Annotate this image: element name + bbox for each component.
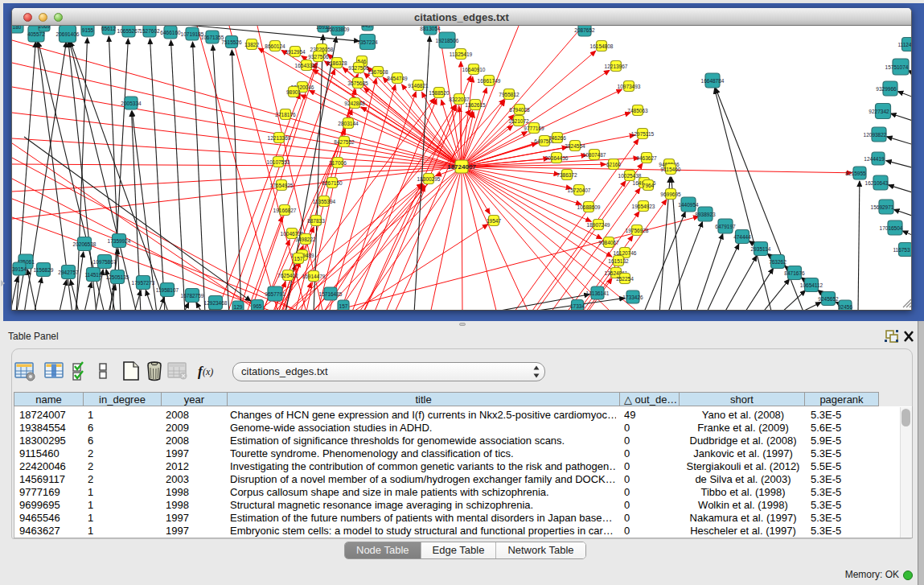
svg-text:129: 129 xyxy=(234,304,243,310)
svg-text:17359924: 17359924 xyxy=(108,238,131,244)
svg-text:2803144: 2803144 xyxy=(338,121,359,126)
svg-text:252254: 252254 xyxy=(616,276,634,282)
svg-text:8267150: 8267150 xyxy=(322,180,343,186)
svg-text:180: 180 xyxy=(13,26,22,30)
svg-text:9777169: 9777169 xyxy=(524,126,544,131)
svg-text:157: 157 xyxy=(294,256,303,262)
svg-text:10975867: 10975867 xyxy=(93,259,117,265)
svg-text:6794028: 6794028 xyxy=(509,107,530,113)
svg-text:15720407: 15720407 xyxy=(568,187,591,193)
svg-text:11958107: 11958107 xyxy=(156,287,179,293)
svg-text:14136141: 14136141 xyxy=(586,290,610,296)
svg-text:2087652: 2087652 xyxy=(574,27,595,33)
svg-text:114519: 114519 xyxy=(84,272,102,278)
svg-text:8813054: 8813054 xyxy=(420,26,441,31)
svg-text:8186328: 8186328 xyxy=(326,60,347,66)
svg-text:19166827: 19166827 xyxy=(273,208,297,213)
svg-text:12975115: 12975115 xyxy=(631,131,655,137)
svg-text:7386372: 7386372 xyxy=(556,172,577,178)
svg-text:4437: 4437 xyxy=(362,26,374,28)
svg-text:62160: 62160 xyxy=(606,162,621,167)
svg-text:7515526: 7515526 xyxy=(221,39,242,45)
svg-text:7485063: 7485063 xyxy=(627,108,648,113)
svg-text:2367608: 2367608 xyxy=(368,69,388,75)
svg-text:17654925: 17654925 xyxy=(270,183,294,188)
svg-text:9329966: 9329966 xyxy=(876,86,897,92)
svg-text:3675685: 3675685 xyxy=(347,80,368,86)
svg-text:9155: 9155 xyxy=(82,27,94,33)
svg-text:8471676: 8471676 xyxy=(784,270,805,276)
svg-text:18300295: 18300295 xyxy=(417,176,441,182)
svg-text:7625402: 7625402 xyxy=(277,273,298,278)
svg-text:10973493: 10973493 xyxy=(618,84,641,89)
svg-text:8938923: 8938923 xyxy=(695,212,716,217)
svg-text:10655267: 10655267 xyxy=(117,28,141,34)
svg-text:1156829: 1156829 xyxy=(34,267,54,273)
svg-text:17016504: 17016504 xyxy=(880,225,903,231)
svg-text:1615132: 1615132 xyxy=(608,258,629,264)
svg-text:65612: 65612 xyxy=(101,26,116,31)
svg-text:1588520: 1588520 xyxy=(429,90,450,96)
svg-text:10025438: 10025438 xyxy=(618,173,642,179)
svg-text:8427552: 8427552 xyxy=(334,139,355,145)
svg-text:763262: 763262 xyxy=(769,259,786,265)
svg-text:887833: 887833 xyxy=(307,218,325,224)
svg-text:2069: 2069 xyxy=(39,26,51,29)
svg-text:12093822: 12093822 xyxy=(864,132,887,138)
svg-text:1440954: 1440954 xyxy=(678,202,699,208)
svg-text:13822: 13822 xyxy=(244,42,259,47)
svg-text:8215955: 8215955 xyxy=(845,171,866,176)
svg-text:317006: 317006 xyxy=(329,160,347,166)
svg-text:1733426: 1733426 xyxy=(622,295,643,300)
svg-text:9657791: 9657791 xyxy=(265,291,285,297)
svg-text:16033809: 16033809 xyxy=(326,27,350,32)
svg-text:1527602: 1527602 xyxy=(139,28,160,34)
svg-text:10654112: 10654112 xyxy=(800,282,823,288)
svg-text:9115460: 9115460 xyxy=(661,167,681,172)
svg-text:16640910: 16640910 xyxy=(462,67,486,72)
svg-text:1621072: 1621072 xyxy=(508,118,529,124)
svg-text:10107553: 10107553 xyxy=(267,159,290,165)
svg-text:15716485: 15716485 xyxy=(319,291,343,297)
svg-text:7955812: 7955812 xyxy=(499,92,519,97)
svg-text:3912954: 3912954 xyxy=(285,49,306,55)
svg-text:10688609: 10688609 xyxy=(577,204,601,210)
svg-text:16648784: 16648784 xyxy=(701,78,725,84)
svg-text:8454749: 8454749 xyxy=(387,76,408,81)
svg-text:19218506: 19218506 xyxy=(436,38,459,43)
svg-text:12923468: 12923468 xyxy=(204,300,228,306)
svg-text:9327506: 9327506 xyxy=(348,65,369,71)
svg-text:(x): (x) xyxy=(203,366,213,377)
svg-text:16154808: 16154808 xyxy=(590,43,614,49)
svg-text:9227342: 9227342 xyxy=(869,109,889,114)
svg-text:16782759: 16782759 xyxy=(181,293,204,299)
svg-text:20691406: 20691406 xyxy=(56,31,80,37)
svg-text:12213369: 12213369 xyxy=(268,135,291,141)
svg-text:2718176: 2718176 xyxy=(275,112,296,117)
svg-text:16914479: 16914479 xyxy=(302,274,326,279)
svg-text:20364436: 20364436 xyxy=(545,155,569,161)
svg-text:116753: 116753 xyxy=(893,247,910,253)
svg-text:12505135: 12505135 xyxy=(106,274,129,280)
svg-text:2942757: 2942757 xyxy=(58,270,79,275)
svg-text:9245652: 9245652 xyxy=(818,296,839,302)
svg-text:92456: 92456 xyxy=(838,304,852,310)
svg-text:9463627: 9463627 xyxy=(636,155,657,161)
svg-text:20206538: 20206538 xyxy=(73,241,97,247)
svg-text:2005334: 2005334 xyxy=(121,101,142,106)
svg-text:7964: 7964 xyxy=(643,183,655,188)
svg-text:7357224: 7357224 xyxy=(357,39,378,45)
svg-text:10807487: 10807487 xyxy=(583,152,606,158)
svg-text:16543362: 16543362 xyxy=(295,63,318,68)
svg-text:1362615: 1362615 xyxy=(465,102,486,108)
svg-text:15692971: 15692971 xyxy=(871,204,894,210)
svg-text:746266: 746266 xyxy=(548,135,566,141)
svg-text:19654923: 19654923 xyxy=(632,204,655,209)
svg-text:17957273: 17957273 xyxy=(132,280,155,286)
svg-text:16120746: 16120746 xyxy=(614,250,637,256)
svg-text:9242848: 9242848 xyxy=(344,101,365,106)
svg-text:8660124: 8660124 xyxy=(265,43,285,49)
svg-text:18724007: 18724007 xyxy=(447,163,476,171)
svg-text:9084067: 9084067 xyxy=(598,240,619,245)
svg-text:19756928: 19756928 xyxy=(626,228,649,233)
